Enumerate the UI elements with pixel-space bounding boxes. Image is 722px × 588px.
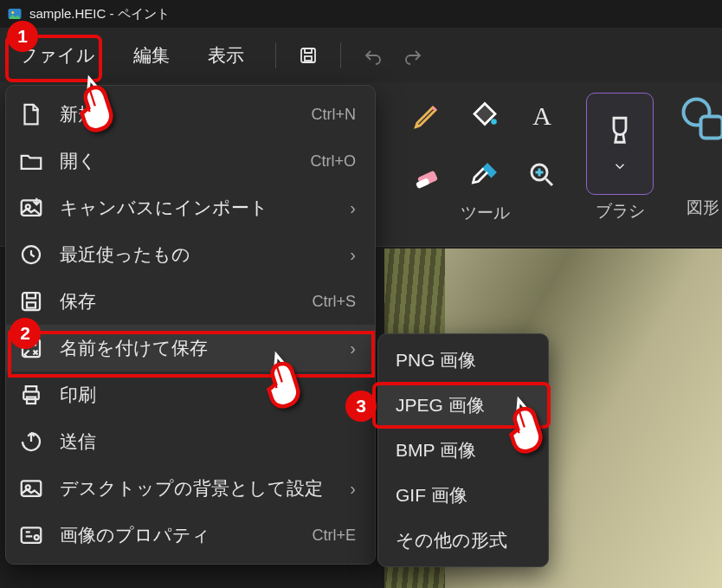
file-menu-item-accel: Ctrl+E: [312, 527, 356, 545]
svg-point-0: [491, 119, 497, 125]
ribbon-shapes-label: 図形: [687, 197, 719, 219]
saveas-submenu: PNG 画像 JPEG 画像 BMP 画像 GIF 画像 その他の形式: [377, 333, 549, 567]
menu-edit[interactable]: 編集: [114, 31, 189, 80]
file-menu-item-label: 保存: [60, 289, 312, 313]
chevron-right-icon: ›: [350, 198, 356, 218]
properties-icon: [18, 522, 44, 548]
file-menu-new[interactable]: 新規 Ctrl+N: [6, 91, 375, 138]
save-icon-button[interactable]: [288, 36, 328, 75]
file-menu: 新規 Ctrl+N 開く Ctrl+O キャンバスにインポート › 最近使ったも…: [5, 85, 376, 565]
ribbon-group-shapes: 図形: [668, 93, 722, 219]
wallpaper-icon: [18, 475, 44, 501]
file-menu-import[interactable]: キャンバスにインポート ›: [6, 184, 375, 231]
file-menu-open[interactable]: 開く Ctrl+O: [6, 138, 375, 184]
text-icon[interactable]: A: [526, 100, 558, 131]
submenu-item-label: その他の形式: [396, 528, 507, 552]
chevron-right-icon: ›: [350, 479, 356, 499]
chevron-right-icon: ›: [350, 339, 356, 359]
file-menu-properties[interactable]: 画像のプロパティ Ctrl+E: [6, 512, 375, 559]
chevron-right-icon: ›: [350, 245, 356, 265]
file-menu-item-label: 名前を付けて保存: [60, 336, 343, 360]
magnify-icon[interactable]: [526, 159, 558, 191]
file-menu-item-label: 送信: [60, 430, 356, 454]
eyedropper-icon[interactable]: [469, 159, 500, 191]
svg-point-22: [35, 535, 39, 540]
ribbon-group-tools: A ツール: [398, 93, 571, 224]
pencil-icon[interactable]: [412, 100, 443, 131]
file-menu-item-label: 新規: [60, 102, 311, 126]
menu-view[interactable]: 表示: [189, 31, 263, 80]
file-menu-item-label: デスクトップの背景として設定: [60, 476, 343, 501]
submenu-item-label: GIF 画像: [396, 483, 467, 507]
brush-dropdown[interactable]: [586, 93, 654, 195]
menubar-separator: [340, 42, 341, 68]
saveas-bmp[interactable]: BMP 画像: [378, 428, 548, 473]
file-menu-item-label: キャンバスにインポート: [60, 196, 343, 220]
file-menu-item-accel: Ctrl+O: [310, 152, 356, 171]
saveas-png[interactable]: PNG 画像: [378, 338, 548, 383]
redo-button[interactable]: [393, 36, 433, 75]
file-menu-item-accel: Ctrl+S: [312, 293, 356, 311]
titlebar: sample.HEIC - ペイント: [0, 0, 722, 28]
file-menu-item-label: 開く: [60, 149, 310, 173]
open-icon: [18, 148, 44, 174]
submenu-item-label: PNG 画像: [396, 348, 476, 372]
new-icon: [18, 101, 44, 127]
saveas-other[interactable]: その他の形式: [378, 518, 548, 563]
file-menu-item-accel: Ctrl+N: [311, 106, 356, 124]
svg-point-8: [11, 11, 14, 14]
submenu-item-label: BMP 画像: [396, 438, 476, 462]
ribbon-tools-label: ツール: [461, 202, 510, 224]
menu-file[interactable]: ファイル: [0, 31, 114, 80]
print-icon: [18, 382, 44, 408]
ribbon-brush-label: ブラシ: [596, 200, 645, 223]
file-menu-save[interactable]: 保存 Ctrl+S: [6, 278, 375, 325]
file-menu-print[interactable]: 印刷: [6, 372, 375, 418]
undo-button[interactable]: [353, 36, 393, 75]
import-icon: [18, 195, 44, 221]
window-title: sample.HEIC - ペイント: [29, 6, 170, 23]
saveas-icon: [18, 335, 44, 361]
file-menu-recent[interactable]: 最近使ったもの ›: [6, 231, 375, 278]
file-menu-item-label: 印刷: [60, 383, 356, 407]
saveas-gif[interactable]: GIF 画像: [378, 473, 548, 518]
submenu-item-label: JPEG 画像: [396, 393, 485, 417]
file-menu-item-label: 画像のプロパティ: [60, 523, 312, 547]
recent-icon: [18, 242, 44, 268]
saveas-jpeg[interactable]: JPEG 画像: [378, 383, 548, 428]
save-icon: [18, 288, 44, 314]
ribbon-group-brush: ブラシ: [566, 93, 674, 223]
eraser-icon[interactable]: [412, 159, 443, 191]
svg-text:A: A: [532, 100, 551, 129]
svg-rect-6: [701, 117, 723, 139]
app-icon: [7, 6, 23, 22]
menubar-separator: [275, 42, 276, 68]
file-menu-send[interactable]: 送信: [6, 418, 375, 465]
fill-icon[interactable]: [469, 100, 500, 131]
svg-rect-18: [27, 397, 35, 404]
shapes-icon[interactable]: [677, 93, 722, 145]
menubar: ファイル 編集 表示: [0, 28, 722, 82]
file-menu-item-label: 最近使ったもの: [60, 242, 343, 267]
send-icon: [18, 429, 44, 455]
file-menu-saveas[interactable]: 名前を付けて保存 ›: [6, 325, 375, 372]
svg-rect-15: [27, 302, 35, 307]
file-menu-wallpaper[interactable]: デスクトップの背景として設定 ›: [6, 465, 375, 512]
svg-rect-10: [305, 56, 312, 61]
